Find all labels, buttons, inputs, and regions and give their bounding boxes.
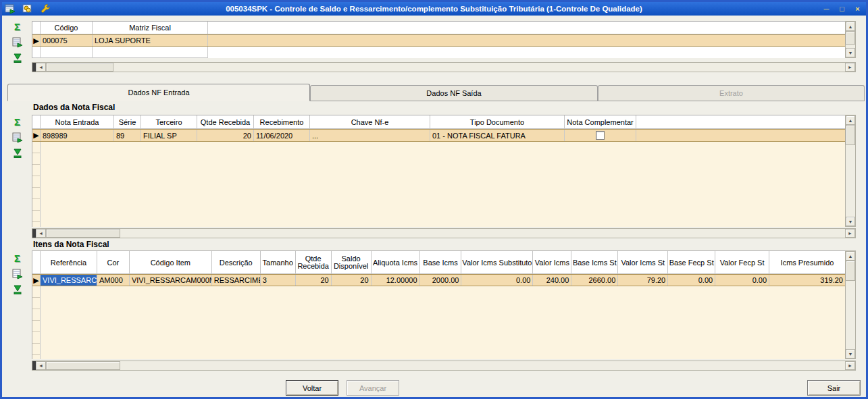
scroll-left-button[interactable]: ◄ [36,63,46,72]
row-marker: ▶ [32,35,41,46]
cell-tamanho[interactable]: 3 [261,275,296,286]
scroll-down-button[interactable]: ▼ [846,48,855,57]
col-header-base-icms-st: Base Icms St [571,251,618,274]
scroll-track[interactable] [46,63,845,72]
itens-grid-body[interactable] [32,286,845,359]
cell-serie[interactable]: 89 [114,130,141,141]
scroll-down-button[interactable]: ▼ [846,349,855,358]
col-header-valor-icms-substituto: Valor Icms Substituto [461,251,533,274]
cell-qtde-recebida[interactable]: 20 [296,275,332,286]
matriz-h-scrollbar[interactable]: ◄ ► [32,62,856,72]
cell-matriz-fiscal[interactable]: LOJA SUPORTE [93,35,208,46]
itens-v-scrollbar[interactable]: ▲ ▼ [845,250,856,359]
scroll-up-button[interactable]: ▲ [846,115,855,125]
scroll-right-button[interactable]: ► [845,361,855,370]
export-rows-icon[interactable] [11,269,23,280]
scroll-thumb[interactable] [846,261,855,281]
last-record-icon[interactable] [11,284,23,295]
window-controls: ─ □ × [821,4,863,14]
matriz-grid: Código Matriz Fiscal ▶ 000075 LOJA SUPOR… [32,21,845,58]
scroll-up-button[interactable]: ▲ [846,251,855,261]
tab-extrato[interactable]: Extrato [598,85,865,101]
nota-complementar-checkbox[interactable] [596,131,605,140]
scroll-thumb[interactable] [46,229,120,238]
tab-dados-nf-saida[interactable]: Dados NF Saída [310,85,598,101]
sum-icon[interactable]: Σ [11,253,23,264]
scroll-thumb[interactable] [846,31,855,45]
last-record-icon[interactable] [11,148,23,159]
scroll-right-button[interactable]: ► [845,229,855,238]
cell-chave-nfe[interactable]: ... [310,130,430,141]
sum-icon[interactable]: Σ [11,22,23,32]
nf-v-scrollbar[interactable]: ▲ ▼ [845,115,856,227]
nf-section-title: Dados da Nota Fiscal [33,103,115,112]
scroll-thumb[interactable] [46,361,120,370]
wrench-icon[interactable] [40,3,51,14]
scroll-track[interactable] [846,31,855,48]
cell-codigo[interactable]: 000075 [41,35,93,46]
cell-recebimento[interactable]: 11/06/2020 [254,130,310,141]
itens-h-scrollbar[interactable]: ◄ ► [32,361,856,371]
cell-icms-presumido[interactable]: 319.20 [769,275,845,286]
export-rows-icon[interactable] [11,132,23,143]
tab-dados-nf-entrada[interactable]: Dados NF Entrada [7,84,310,101]
empty-cell [32,47,41,58]
cell-nota-entrada[interactable]: 898989 [41,130,114,141]
scroll-track[interactable] [46,229,845,238]
cell-cor[interactable]: AM000 [97,275,130,286]
scroll-up-button[interactable]: ▲ [846,22,855,31]
matriz-row[interactable]: ▶ 000075 LOJA SUPORTE [32,34,845,47]
scroll-track[interactable] [846,261,855,349]
cell-nota-complementar [565,130,636,141]
scroll-right-button[interactable]: ► [845,63,855,72]
last-record-icon[interactable] [11,53,23,63]
nf-grid-body[interactable] [32,142,845,227]
scroll-thumb[interactable] [46,63,113,72]
cell-valor-icms-substituto[interactable]: 0.00 [461,275,533,286]
itens-grid-header: Referência Cor Código Item Descrição Tam… [32,251,845,274]
nf-row[interactable]: ▶ 898989 89 FILIAL SP 20 11/06/2020 ... … [32,129,845,142]
cell-tipo-documento[interactable]: 01 - NOTA FISCAL FATURA [430,130,565,141]
cell-valor-icms-st[interactable]: 79.20 [618,275,668,286]
cell-descricao[interactable]: RESSARCIME [212,275,261,286]
itens-grid: Referência Cor Código Item Descrição Tam… [32,250,845,359]
col-header-descricao: Descrição [212,251,261,274]
cell-codigo-item[interactable]: VIVI_RESSARCAM000M [130,275,212,286]
scroll-left-button[interactable]: ◄ [36,229,46,238]
cell-terceiro[interactable]: FILIAL SP [141,130,197,141]
cell-base-icms-st[interactable]: 2660.00 [571,275,618,286]
col-header-codigo: Código [41,22,93,34]
scroll-left-button[interactable]: ◄ [36,361,46,370]
voltar-button[interactable]: Voltar [286,380,338,396]
cell-base-icms[interactable]: 2000.00 [420,275,462,286]
nf-h-scrollbar[interactable]: ◄ ► [32,228,856,238]
scroll-thumb[interactable] [846,125,855,145]
avancar-button[interactable]: Avançar [347,380,399,396]
empty-cell [93,47,208,58]
cell-aliquota-icms[interactable]: 12.00000 [372,275,420,286]
scroll-track[interactable] [46,361,845,370]
itens-section-title: Itens da Nota Fiscal [33,240,109,249]
cell-base-fecp-st[interactable]: 0.00 [668,275,715,286]
export-rows-icon[interactable] [11,37,23,48]
maximize-icon[interactable]: □ [836,4,848,14]
grid-export-icon[interactable] [5,3,16,14]
scroll-down-button[interactable]: ▼ [846,217,855,226]
cell-saldo-disponivel[interactable]: 20 [332,275,372,286]
close-icon[interactable]: × [852,4,863,14]
tab-label: Extrato [719,89,743,97]
coins-icon[interactable] [22,3,33,14]
item-row[interactable]: ▶ VIVI_RESSARC AM000 VIVI_RESSARCAM000M … [32,274,845,286]
matriz-empty-row[interactable] [32,47,845,58]
cell-valor-fecp-st[interactable]: 0.00 [715,275,769,286]
minimize-icon[interactable]: ─ [821,4,832,14]
scroll-track[interactable] [846,125,855,217]
selector-header-cell [32,22,41,34]
cell-valor-icms[interactable]: 240.00 [533,275,571,286]
matriz-v-scrollbar[interactable]: ▲ ▼ [845,21,856,58]
cell-referencia[interactable]: VIVI_RESSARC [41,275,97,286]
sum-icon[interactable]: Σ [11,117,23,128]
cell-qtde-recebida[interactable]: 20 [197,130,254,141]
row-selector-strip [32,286,41,359]
sair-button[interactable]: Sair [807,380,861,396]
